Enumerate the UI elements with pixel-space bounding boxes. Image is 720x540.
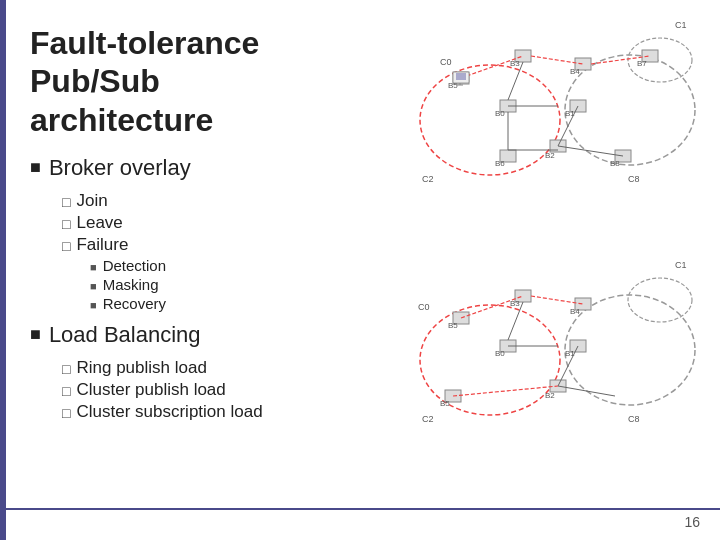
- bullet-masking: ■ Masking: [90, 276, 350, 293]
- bullet-l2-text-ring: Ring publish load: [76, 358, 206, 378]
- left-bar: [0, 0, 6, 540]
- svg-text:B6: B6: [495, 159, 505, 168]
- content-area: Fault-tolerance Pub/Sub architecture ■ B…: [30, 20, 350, 426]
- bullet-l2-icon-cluster-pub: □: [62, 383, 70, 399]
- bullet-l2-text-leave: Leave: [76, 213, 122, 233]
- title-line2: architecture: [30, 102, 213, 138]
- svg-text:B2: B2: [545, 151, 555, 160]
- top-diagram: C0 B5 B3 B4 B7 B0 B1 B2 B6: [360, 10, 700, 240]
- svg-text:B5: B5: [440, 399, 450, 408]
- bottom-diagram: C0 B5 B3 B4 B0 B1 B2 B5 C1: [360, 250, 700, 480]
- bullet-broker-overlay: ■ Broker overlay: [30, 155, 350, 181]
- bullet-l2-text-cluster-sub: Cluster subscription load: [76, 402, 262, 422]
- lb-children: □ Ring publish load □ Cluster publish lo…: [62, 358, 350, 422]
- bullet-load-balancing: ■ Load Balancing: [30, 322, 350, 348]
- svg-text:C0: C0: [418, 302, 430, 312]
- bullet-detection: ■ Detection: [90, 257, 350, 274]
- bullet-l2-text-failure: Failure: [76, 235, 128, 255]
- svg-line-65: [558, 386, 615, 396]
- bullet-l1-icon-lb: ■: [30, 324, 41, 345]
- page-number: 16: [684, 514, 700, 530]
- svg-rect-35: [456, 73, 466, 80]
- svg-text:C1: C1: [675, 260, 687, 270]
- bullet-l3-icon-detection: ■: [90, 261, 97, 273]
- bullet-l2-icon: □: [62, 194, 70, 210]
- bullet-l2-icon-ring: □: [62, 361, 70, 377]
- svg-text:B5: B5: [448, 321, 458, 330]
- bullet-l1-text: Broker overlay: [49, 155, 191, 181]
- bullet-l2-icon-failure: □: [62, 238, 70, 254]
- svg-text:B4: B4: [570, 307, 580, 316]
- bullet-leave: □ Leave: [62, 213, 350, 233]
- svg-text:B3: B3: [510, 299, 520, 308]
- bullet-cluster-publish: □ Cluster publish load: [62, 380, 350, 400]
- svg-text:B4: B4: [570, 67, 580, 76]
- svg-text:C8: C8: [628, 414, 640, 424]
- slide: Fault-tolerance Pub/Sub architecture ■ B…: [0, 0, 720, 540]
- svg-text:B2: B2: [545, 391, 555, 400]
- svg-text:C8: C8: [628, 174, 640, 184]
- diagrams-area: C0 B5 B3 B4 B7 B0 B1 B2 B6: [350, 10, 710, 530]
- svg-text:B3: B3: [510, 59, 520, 68]
- svg-text:C1: C1: [675, 20, 687, 30]
- bullet-l1-icon: ■: [30, 157, 41, 178]
- bullet-join: □ Join: [62, 191, 350, 211]
- bullet-l2-text-cluster-pub: Cluster publish load: [76, 380, 225, 400]
- svg-point-40: [628, 278, 692, 322]
- svg-text:C0: C0: [440, 57, 452, 67]
- svg-text:B8: B8: [610, 159, 620, 168]
- bullet-l1-text-lb: Load Balancing: [49, 322, 201, 348]
- title-line1: Fault-tolerance Pub/Sub: [30, 25, 259, 99]
- bullet-l3-icon-recovery: ■: [90, 299, 97, 311]
- bullet-cluster-sub: □ Cluster subscription load: [62, 402, 350, 422]
- bullet-ring-publish: □ Ring publish load: [62, 358, 350, 378]
- svg-line-64: [453, 386, 558, 396]
- svg-point-1: [420, 65, 560, 175]
- bullet-failure: □ Failure: [62, 235, 350, 255]
- bullet-recovery: ■ Recovery: [90, 295, 350, 312]
- svg-text:B0: B0: [495, 109, 505, 118]
- bullet-l3-text-detection: Detection: [103, 257, 166, 274]
- bullet-l3-icon-masking: ■: [90, 280, 97, 292]
- broker-children: □ Join □ Leave □ Failure ■ Detection ■ M…: [62, 191, 350, 312]
- bottom-line: [0, 508, 720, 510]
- bullet-l2-icon-leave: □: [62, 216, 70, 232]
- failure-children: ■ Detection ■ Masking ■ Recovery: [90, 257, 350, 312]
- slide-title: Fault-tolerance Pub/Sub architecture: [30, 24, 350, 139]
- bullet-l3-text-masking: Masking: [103, 276, 159, 293]
- bullet-l2-text-join: Join: [76, 191, 107, 211]
- svg-text:B0: B0: [495, 349, 505, 358]
- svg-text:C2: C2: [422, 174, 434, 184]
- bullet-l2-icon-cluster-sub: □: [62, 405, 70, 421]
- svg-text:C2: C2: [422, 414, 434, 424]
- svg-text:B7: B7: [637, 59, 647, 68]
- bullet-l3-text-recovery: Recovery: [103, 295, 166, 312]
